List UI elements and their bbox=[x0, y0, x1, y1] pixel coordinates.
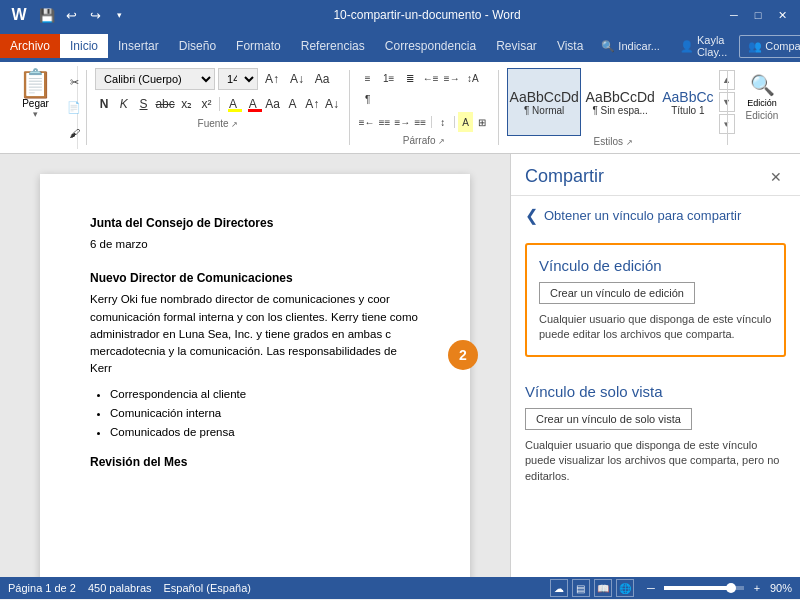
list-item: Correspondencia al cliente bbox=[110, 386, 420, 403]
indent-increase-button[interactable]: ≡→ bbox=[442, 68, 462, 88]
italic-button[interactable]: K bbox=[115, 93, 133, 115]
font-effects-button[interactable]: A bbox=[284, 93, 302, 115]
title-bar: W 💾 ↩ ↪ ▾ 10-compartir-un-documento - Wo… bbox=[0, 0, 800, 30]
back-arrow-icon: ❮ bbox=[525, 206, 538, 225]
line-spacing-button[interactable]: ↕ bbox=[435, 112, 451, 132]
doc-date: 6 de marzo bbox=[90, 236, 420, 253]
align-left-button[interactable]: ≡← bbox=[358, 112, 376, 132]
word-logo-icon: W bbox=[8, 4, 30, 26]
customize-icon[interactable]: ▾ bbox=[108, 4, 130, 26]
para-row2: ≡← ≡≡ ≡→ ≡≡ ↕ A ⊞ bbox=[358, 112, 491, 132]
maximize-button[interactable]: □ bbox=[748, 5, 768, 25]
list-item: Comunicados de prensa bbox=[110, 424, 420, 441]
page-info: Página 1 de 2 bbox=[8, 582, 76, 594]
border-button[interactable]: ⊞ bbox=[474, 112, 490, 132]
create-edit-link-button[interactable]: Crear un vínculo de edición bbox=[539, 282, 695, 304]
zoom-level: 90% bbox=[770, 582, 792, 594]
save-icon[interactable]: 💾 bbox=[36, 4, 58, 26]
pegar-arrow[interactable]: ▾ bbox=[33, 109, 38, 119]
share-panel-title: Compartir bbox=[525, 166, 604, 187]
list-unordered-button[interactable]: ≡ bbox=[358, 68, 378, 88]
highlight-color-strip bbox=[228, 109, 242, 112]
font-color-button[interactable]: A bbox=[244, 93, 262, 115]
share-panel-close-button[interactable]: ✕ bbox=[766, 167, 786, 187]
shading-button[interactable]: A bbox=[458, 112, 474, 132]
minimize-button[interactable]: ─ bbox=[724, 5, 744, 25]
style-title1-label: Título 1 bbox=[671, 105, 704, 116]
zoom-out-button[interactable]: ─ bbox=[642, 579, 660, 597]
tab-diseno[interactable]: Diseño bbox=[169, 34, 226, 58]
sort-button[interactable]: ↕A bbox=[463, 68, 483, 88]
create-view-link-button[interactable]: Crear un vínculo de solo vista bbox=[525, 408, 692, 430]
estilos-row: AaBbCcDd ¶ Normal AaBbCcDd ¶ Sin espa...… bbox=[507, 68, 719, 136]
close-button[interactable]: ✕ bbox=[772, 5, 792, 25]
style-normal-item[interactable]: AaBbCcDd ¶ Normal bbox=[507, 68, 581, 136]
style-title1-item[interactable]: AaBbCc Título 1 bbox=[659, 68, 716, 136]
zoom-slider[interactable] bbox=[664, 586, 744, 590]
font-row1: Calibri (Cuerpo) 14 A↑ A↓ Aa bbox=[95, 68, 341, 90]
style-normal-preview: AaBbCcDd bbox=[510, 89, 579, 105]
show-marks-button[interactable]: ¶ bbox=[358, 89, 378, 109]
tab-archivo[interactable]: Archivo bbox=[0, 34, 60, 58]
indent-decrease-button[interactable]: ←≡ bbox=[421, 68, 441, 88]
list-ordered-button[interactable]: 1≡ bbox=[379, 68, 399, 88]
kayla-button[interactable]: 👤 Kayla Clay... bbox=[672, 30, 735, 62]
font-size-aa-button[interactable]: Aa bbox=[264, 93, 282, 115]
list-multi-button[interactable]: ≣ bbox=[400, 68, 420, 88]
tab-correspondencia[interactable]: Correspondencia bbox=[375, 34, 486, 58]
tab-formato[interactable]: Formato bbox=[226, 34, 291, 58]
sep-font bbox=[219, 97, 220, 111]
compartir-button[interactable]: 👥 Compartir bbox=[739, 35, 800, 58]
font-size-select[interactable]: 14 bbox=[218, 68, 258, 90]
clear-format-button[interactable]: Aa bbox=[311, 68, 333, 90]
tab-vista[interactable]: Vista bbox=[547, 34, 593, 58]
search-replace-button[interactable]: 🔍 Edición bbox=[742, 70, 782, 110]
font-family-select[interactable]: Calibri (Cuerpo) bbox=[95, 68, 215, 90]
status-right: ☁ ▤ 📖 🌐 ─ + 90% bbox=[550, 579, 792, 597]
subscript-button[interactable]: x₂ bbox=[178, 93, 196, 115]
share-panel-content: Vínculo de edición Crear un vínculo de e… bbox=[511, 235, 800, 577]
align-center-button[interactable]: ≡≡ bbox=[377, 112, 393, 132]
style-title1-preview: AaBbCc bbox=[662, 89, 713, 105]
align-right-button[interactable]: ≡→ bbox=[393, 112, 411, 132]
redo-icon[interactable]: ↪ bbox=[84, 4, 106, 26]
strikethrough-button[interactable]: abc bbox=[154, 93, 175, 115]
sep-para bbox=[431, 116, 432, 128]
tab-insertar[interactable]: Insertar bbox=[108, 34, 169, 58]
read-view-button[interactable]: 📖 bbox=[594, 579, 612, 597]
bold-button[interactable]: N bbox=[95, 93, 113, 115]
highlight-button[interactable]: A bbox=[224, 93, 242, 115]
indicar-button[interactable]: 🔍 Indicar... bbox=[593, 36, 668, 57]
tab-inicio[interactable]: Inicio bbox=[60, 34, 108, 58]
align-justify-button[interactable]: ≡≡ bbox=[412, 112, 428, 132]
cloud-icon[interactable]: ☁ bbox=[550, 579, 568, 597]
undo-icon[interactable]: ↩ bbox=[60, 4, 82, 26]
share-panel-header: Compartir ✕ bbox=[511, 154, 800, 196]
document-area[interactable]: Junta del Consejo de Directores 6 de mar… bbox=[0, 154, 510, 577]
tab-referencias[interactable]: Referencias bbox=[291, 34, 375, 58]
word-count: 450 palabras bbox=[88, 582, 152, 594]
underline-button[interactable]: S bbox=[135, 93, 153, 115]
increase-font-button[interactable]: A↑ bbox=[261, 68, 283, 90]
font-color-strip bbox=[248, 109, 262, 112]
title-bar-left: W 💾 ↩ ↪ ▾ bbox=[8, 4, 130, 26]
decrease-font-button[interactable]: A↓ bbox=[286, 68, 308, 90]
sep3 bbox=[498, 70, 499, 145]
superscript-button[interactable]: x² bbox=[198, 93, 216, 115]
layout-view-button[interactable]: ▤ bbox=[572, 579, 590, 597]
step-number: 2 bbox=[459, 347, 467, 363]
pegar-button[interactable]: 📋 Pegar ▾ bbox=[12, 68, 59, 147]
tab-revisar[interactable]: Revisar bbox=[486, 34, 547, 58]
zoom-control: ─ + 90% bbox=[642, 579, 792, 597]
web-view-button[interactable]: 🌐 bbox=[616, 579, 634, 597]
zoom-in-button[interactable]: + bbox=[748, 579, 766, 597]
edicion-sublabel: Edición bbox=[747, 98, 777, 108]
share-panel-back-button[interactable]: ❮ Obtener un vínculo para compartir bbox=[511, 196, 800, 235]
edit-link-section: Vínculo de edición Crear un vínculo de e… bbox=[525, 243, 786, 357]
font-shrink-button[interactable]: A↓ bbox=[323, 93, 341, 115]
style-nospace-item[interactable]: AaBbCcDd ¶ Sin espa... bbox=[583, 68, 657, 136]
estilos-label: Estilos ↗ bbox=[507, 136, 719, 147]
font-grow-button[interactable]: A↑ bbox=[303, 93, 321, 115]
edit-link-title: Vínculo de edición bbox=[539, 257, 772, 274]
edicion-group: 🔍 Edición Edición bbox=[732, 66, 792, 149]
